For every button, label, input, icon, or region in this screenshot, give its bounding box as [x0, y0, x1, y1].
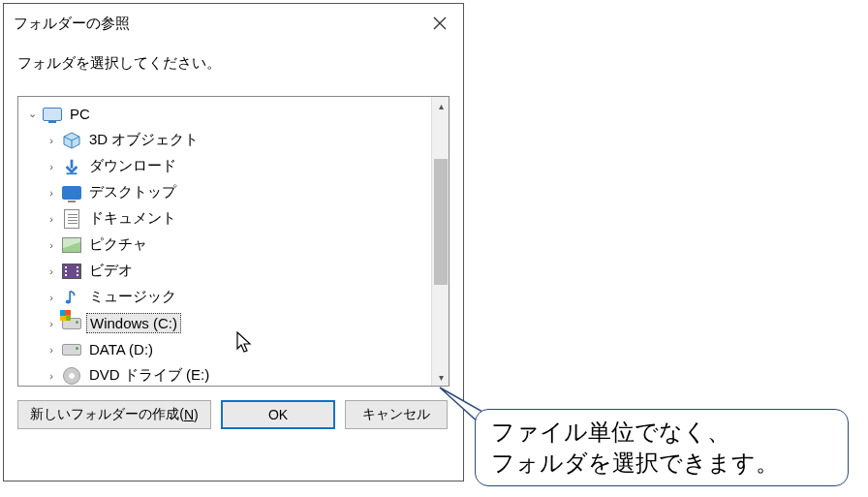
toggle-expand-icon[interactable]: › [44, 370, 59, 382]
scroll-down-icon[interactable]: ▾ [432, 368, 450, 386]
help-callout: ファイル単位でなく、 フォルダを選択できます。 [475, 409, 849, 486]
toggle-expand-icon[interactable]: › [44, 344, 59, 356]
dialog-title: フォルダーの参照 [14, 15, 130, 33]
toggle-expand-icon[interactable]: › [44, 292, 59, 303]
tree-node-label: ビデオ [86, 261, 136, 281]
toggle-expand-icon[interactable]: › [44, 239, 59, 251]
scroll-up-icon[interactable]: ▴ [432, 97, 450, 114]
ok-button[interactable]: OK [221, 400, 335, 429]
scroll-thumb[interactable] [434, 159, 448, 285]
tree-node-dvd-drive[interactable]: › DVD ドライブ (E:) [18, 362, 431, 386]
tree-node-label: 3D オブジェクト [86, 130, 202, 150]
toggle-expand-icon[interactable]: › [44, 318, 59, 329]
tree-node-label: Windows (C:) [86, 313, 181, 333]
tree-node-label: ドキュメント [86, 208, 179, 229]
toggle-expand-icon[interactable]: › [44, 213, 59, 225]
svg-point-2 [66, 299, 71, 303]
svg-rect-1 [67, 172, 78, 174]
tree-node-3d-objects[interactable]: › 3D オブジェクト [18, 127, 431, 153]
tree-node-downloads[interactable]: › ダウンロード [18, 153, 431, 179]
close-button[interactable] [417, 4, 463, 43]
tree-node-label: ダウンロード [86, 156, 179, 176]
toggle-expand-icon[interactable]: › [44, 265, 59, 277]
folder-browse-dialog: フォルダーの参照 フォルダを選択してください。 ⌄ PC › 3D オブジェクト [3, 3, 464, 481]
tree-node-drive-d[interactable]: › DATA (D:) [18, 336, 431, 362]
tree-node-label: DVD ドライブ (E:) [86, 365, 212, 386]
folder-tree-container: ⌄ PC › 3D オブジェクト › ダウンロード › デ [17, 96, 450, 387]
folder-tree[interactable]: ⌄ PC › 3D オブジェクト › ダウンロード › デ [18, 97, 431, 386]
toggle-expand-icon[interactable]: › [44, 161, 59, 172]
drive-icon [61, 339, 82, 360]
toggle-collapse-icon[interactable]: ⌄ [24, 108, 40, 120]
cancel-button[interactable]: キャンセル [345, 400, 448, 429]
dialog-instruction: フォルダを選択してください。 [4, 43, 463, 96]
dialog-buttons: 新しいフォルダーの作成(N) OK キャンセル [4, 398, 463, 445]
dvd-icon [61, 365, 82, 387]
picture-icon [61, 234, 82, 256]
tree-node-music[interactable]: › ミュージック [18, 284, 431, 310]
tree-node-pc[interactable]: ⌄ PC [18, 101, 431, 127]
tree-node-label: デスクトップ [86, 182, 179, 202]
tree-node-videos[interactable]: › ビデオ [18, 258, 431, 284]
drive-windows-icon [61, 313, 82, 334]
dialog-titlebar: フォルダーの参照 [4, 4, 463, 43]
tree-node-pictures[interactable]: › ピクチャ [18, 232, 431, 258]
new-folder-button[interactable]: 新しいフォルダーの作成(N) [17, 400, 211, 429]
tree-node-documents[interactable]: › ドキュメント [18, 205, 431, 232]
callout-line: ファイル単位でなく、 [491, 417, 832, 448]
pc-icon [42, 104, 63, 125]
tree-node-label: DATA (D:) [86, 340, 156, 358]
toggle-expand-icon[interactable]: › [44, 187, 59, 199]
close-icon [433, 16, 447, 30]
cube-icon [61, 130, 82, 151]
desktop-icon [61, 182, 82, 203]
tree-node-drive-c[interactable]: › Windows (C:) [18, 310, 431, 336]
document-icon [61, 208, 82, 230]
toggle-expand-icon[interactable]: › [44, 135, 59, 146]
vertical-scrollbar[interactable]: ▴ ▾ [431, 97, 449, 386]
tree-node-label: ミュージック [86, 287, 179, 307]
callout-line: フォルダを選択できます。 [491, 448, 832, 479]
tree-node-desktop[interactable]: › デスクトップ [18, 179, 431, 205]
music-icon [61, 287, 82, 308]
tree-node-label: ピクチャ [86, 234, 150, 255]
video-icon [61, 261, 82, 282]
download-icon [61, 156, 82, 177]
tree-node-label: PC [67, 105, 93, 123]
